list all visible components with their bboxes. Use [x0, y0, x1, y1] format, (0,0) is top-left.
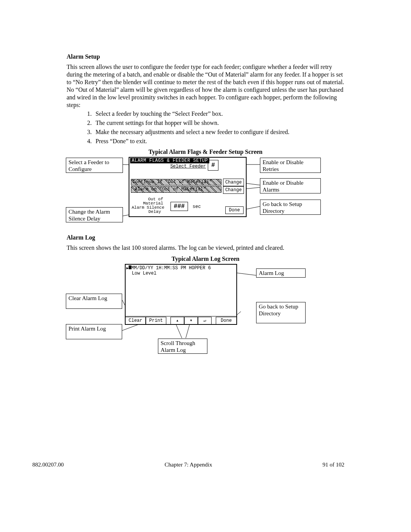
done-button[interactable]: Done [225, 206, 244, 214]
step-2: The current settings for that hopper wil… [93, 120, 344, 126]
sec-label: sec [193, 204, 201, 209]
svg-line-10 [186, 325, 190, 338]
annotation-back-to-setup: Go back to Setup Directory [260, 200, 321, 215]
annotation-print-log: Print Alarm Log [66, 324, 122, 339]
change-button-2[interactable]: Change [223, 186, 244, 194]
alarm-setup-paragraph: This screen allows the user to configure… [67, 63, 344, 109]
clear-button[interactable]: Clear [125, 317, 146, 324]
annotation-enable-alarms: Enable or Disable Alarms [260, 178, 321, 193]
annotation-clear-log: Clear Alarm Log [66, 294, 122, 309]
hmi-alarm-log-screen: ▶MM/DD/YY 1H:MM:SS PM HOPPER 6 Low Level… [125, 264, 237, 325]
print-button[interactable]: Print [146, 317, 166, 324]
svg-line-9 [176, 325, 182, 338]
ack-button[interactable]: ↵ [198, 317, 212, 324]
heading-alarm-log: Alarm Log [67, 234, 344, 241]
diagram-alarm-log: Alarm Log Go back to Setup Directory Cle… [66, 264, 321, 367]
caption-alarm-log-screen: Typical Alarm Log Screen [67, 256, 344, 262]
annotation-back-to-setup-2: Go back to Setup Directory [256, 302, 306, 323]
row-alarm-out-of-material: Alarm on "Out of Material" [135, 187, 206, 192]
footer-chapter: Chapter 7: Appendix [108, 462, 268, 468]
annotation-alarm-log: Alarm Log [256, 268, 306, 278]
annotation-enable-retries: Enable or Disable Retries [260, 158, 321, 173]
page-footer: 882.00207.00 Chapter 7: Appendix 91 of 1… [0, 462, 411, 468]
alarm-setup-steps: Select a feeder by touching the “Select … [67, 110, 344, 145]
step-3: Make the necessary adjustments and selec… [93, 129, 344, 136]
hmi-alarm-flags-screen: ALARM FLAGS & FEEDER SETUP Select Feeder… [129, 157, 247, 217]
footer-docnum: 882.00207.00 [32, 462, 108, 468]
scroll-up-button[interactable]: ▴ [170, 317, 184, 324]
step-1: Select a feeder by touching the “Select … [93, 110, 344, 117]
hmi-title: ALARM FLAGS & FEEDER SETUP [130, 158, 209, 163]
delay-value-box[interactable]: ### [170, 202, 188, 211]
annotation-change-delay: Change the Alarm Silence Delay [66, 207, 123, 222]
select-feeder-label: Select Feeder [170, 164, 206, 169]
log-entry-line2: Low Level [132, 271, 156, 276]
log-entry-line1: MM/DD/YY 1H:MM:SS PM HOPPER 6 [131, 265, 211, 271]
done-button-2[interactable]: Done [216, 317, 237, 324]
caption-alarm-flags-screen: Typical Alarm Flags & Feeder Setup Scree… [67, 149, 344, 155]
alarm-log-paragraph: This screen shows the last 100 stored al… [67, 244, 344, 252]
footer-page: 91 of 102 [268, 462, 344, 468]
diagram-alarm-flags: Select a Feeder to Configure Enable or D… [66, 157, 321, 227]
select-feeder-box[interactable]: # [208, 160, 218, 171]
row-continue-out-of-material: Continue if "Out of Material" [132, 179, 212, 185]
step-4: Press “Done” to exit. [93, 138, 344, 145]
delay-label-4: Delay [148, 209, 161, 214]
change-button-1[interactable]: Change [223, 179, 244, 186]
heading-alarm-setup: Alarm Setup [67, 53, 344, 60]
annotation-scroll-log: Scroll Through Alarm Log [158, 339, 207, 354]
scroll-down-button[interactable]: ▾ [184, 317, 198, 324]
annotation-select-feeder: Select a Feeder to Configure [66, 158, 123, 173]
